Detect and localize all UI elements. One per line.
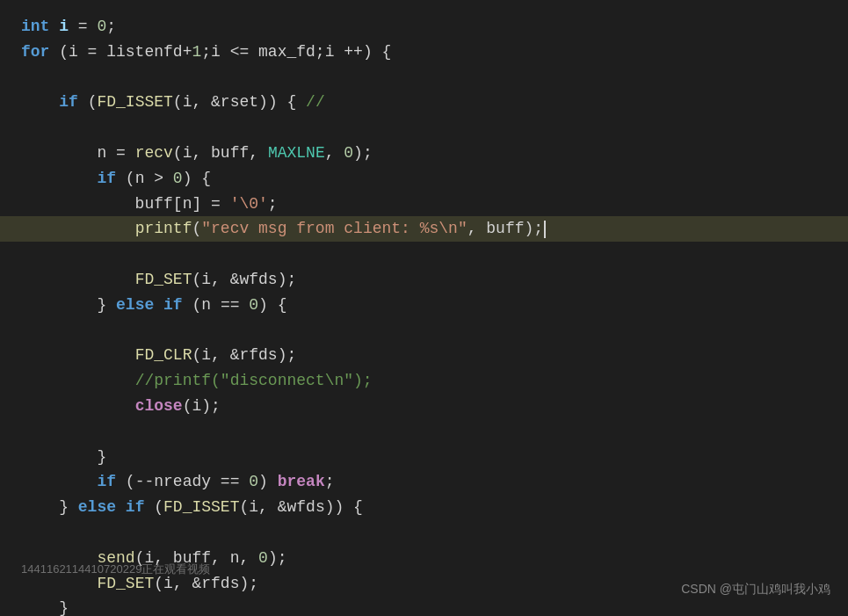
keyword-if5: if bbox=[126, 498, 145, 516]
keyword-close: close bbox=[135, 397, 183, 415]
code-line-16: close(i); bbox=[21, 394, 827, 419]
keyword-else1: else bbox=[116, 296, 154, 314]
code-line-6: n = recv(i, buff, MAXLNE, 0); bbox=[21, 141, 827, 166]
fn-recv: recv bbox=[135, 144, 173, 162]
code-line-2: for (i = listenfd+1;i <= max_fd;i ++) { bbox=[21, 40, 827, 65]
code-line-7: if (n > 0) { bbox=[21, 166, 827, 192]
code-line-18: } bbox=[21, 445, 827, 470]
code-line-9: printf("recv msg from client: %s\n", buf… bbox=[0, 216, 848, 242]
code-line-8: buff[n] = '\0'; bbox=[21, 192, 827, 217]
comment-1: // bbox=[306, 93, 325, 111]
keyword-if1: if bbox=[59, 93, 78, 111]
watermark-left: 1441162114410720229正在观看视频 bbox=[21, 561, 210, 579]
code-line-20: } else if (FD_ISSET(i, &wfds)) { bbox=[21, 495, 827, 520]
fn-fd-clr: FD_CLR bbox=[135, 346, 192, 364]
code-line-24: } bbox=[21, 596, 827, 616]
keyword-if4: if bbox=[97, 473, 116, 490]
code-line-5 bbox=[21, 115, 827, 141]
keyword-else2: else bbox=[78, 498, 116, 516]
comment-2: //printf("disconnect\n"); bbox=[135, 372, 373, 389]
fn-fd-isset1: FD_ISSET bbox=[97, 93, 172, 111]
keyword-break: break bbox=[278, 473, 325, 490]
str-recv-msg: "recv msg from client: %s\n" bbox=[201, 220, 467, 237]
fn-fd-isset2: FD_ISSET bbox=[163, 498, 239, 516]
code-line-21 bbox=[21, 520, 827, 546]
code-line-15: //printf("disconnect\n"); bbox=[21, 368, 827, 394]
macro-maxlne: MAXLNE bbox=[268, 144, 325, 162]
keyword-if2: if bbox=[97, 170, 116, 187]
keyword-for: for bbox=[21, 43, 49, 61]
str-null: '\0' bbox=[230, 195, 268, 213]
watermark-right: CSDN @屯门山鸡叫我小鸡 bbox=[681, 579, 830, 598]
code-line-11: FD_SET(i, &wfds); bbox=[21, 267, 827, 293]
code-line-1: int i = 0; bbox=[21, 14, 827, 40]
code-line-12: } else if (n == 0) { bbox=[21, 293, 827, 318]
fn-fd-set1: FD_SET bbox=[135, 271, 192, 288]
code-container: int i = 0; for (i = listenfd+1;i <= max_… bbox=[0, 0, 848, 616]
text-cursor bbox=[544, 221, 546, 238]
keyword-int: int bbox=[21, 18, 49, 35]
code-line-13 bbox=[21, 318, 827, 344]
fn-printf1: printf bbox=[135, 220, 192, 237]
code-line-19: if (--nready == 0) break; bbox=[21, 469, 827, 495]
code-line-10 bbox=[21, 242, 827, 267]
keyword-if3: if bbox=[163, 296, 183, 314]
var-i: i bbox=[59, 18, 69, 35]
num-0: 0 bbox=[97, 18, 106, 35]
code-line-17 bbox=[21, 419, 827, 445]
code-line-14: FD_CLR(i, &rfds); bbox=[21, 343, 827, 368]
code-line-4: if (FD_ISSET(i, &rset)) { // bbox=[21, 90, 827, 115]
code-line-3 bbox=[21, 65, 827, 91]
